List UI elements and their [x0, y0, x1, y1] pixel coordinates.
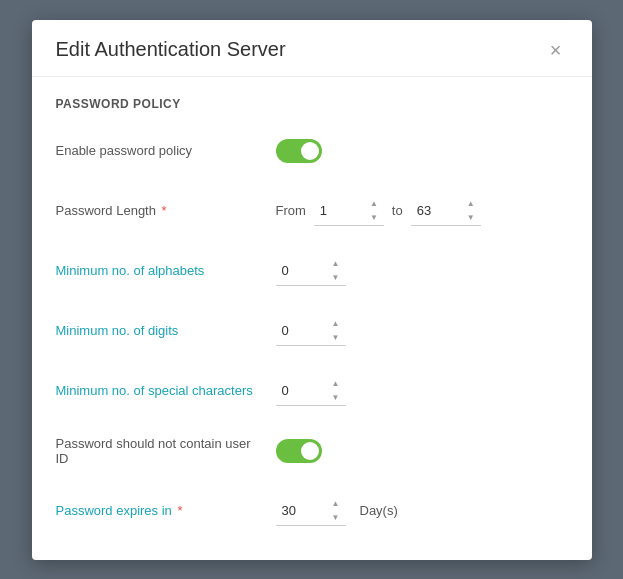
to-spin-buttons: ▲ ▼ [463, 196, 479, 226]
enable-policy-row: Enable password policy [56, 131, 568, 171]
min-special-control: ▲ ▼ [276, 376, 346, 406]
min-special-spin: ▲ ▼ [328, 376, 344, 406]
expiry-notification-spin: ▲ ▼ [328, 556, 344, 560]
min-alphabets-down[interactable]: ▼ [328, 271, 344, 285]
from-label: From [276, 203, 306, 218]
password-expires-spin: ▲ ▼ [328, 496, 344, 526]
min-digits-wrap: ▲ ▼ [276, 316, 346, 346]
no-user-id-toggle[interactable] [276, 439, 322, 463]
to-spin-up[interactable]: ▲ [463, 197, 479, 211]
expires-required: * [174, 503, 183, 518]
from-input-wrap: ▲ ▼ [314, 196, 384, 226]
close-button[interactable]: × [544, 38, 568, 62]
password-expires-label: Password expires in * [56, 503, 276, 518]
expiry-notification-row: Expiry notification in * ▲ ▼ Day(s) [56, 551, 568, 560]
password-length-row: Password Length * From ▲ ▼ to ▲ ▼ [56, 191, 568, 231]
min-alphabets-spin: ▲ ▼ [328, 256, 344, 286]
to-input-wrap: ▲ ▼ [411, 196, 481, 226]
enable-policy-control [276, 139, 322, 163]
password-length-label: Password Length * [56, 203, 276, 218]
min-digits-control: ▲ ▼ [276, 316, 346, 346]
min-alphabets-row: Minimum no. of alphabets ▲ ▼ [56, 251, 568, 291]
expiry-notification-up[interactable]: ▲ [328, 557, 344, 560]
min-special-up[interactable]: ▲ [328, 377, 344, 391]
min-alphabets-up[interactable]: ▲ [328, 257, 344, 271]
min-alphabets-control: ▲ ▼ [276, 256, 346, 286]
no-user-id-label: Password should not contain userID [56, 436, 276, 466]
min-alphabets-label: Minimum no. of alphabets [56, 263, 276, 278]
min-digits-spin: ▲ ▼ [328, 316, 344, 346]
min-special-label: Minimum no. of special characters [56, 383, 276, 398]
to-spin-down[interactable]: ▼ [463, 211, 479, 225]
to-label: to [392, 203, 403, 218]
modal-body: PASSWORD POLICY Enable password policy P… [32, 77, 592, 560]
min-special-row: Minimum no. of special characters ▲ ▼ [56, 371, 568, 411]
password-expires-wrap: ▲ ▼ [276, 496, 346, 526]
min-special-wrap: ▲ ▼ [276, 376, 346, 406]
from-spin-down[interactable]: ▼ [366, 211, 382, 225]
min-special-down[interactable]: ▼ [328, 391, 344, 405]
no-user-id-slider [276, 439, 322, 463]
password-expires-control: ▲ ▼ Day(s) [276, 496, 398, 526]
min-digits-down[interactable]: ▼ [328, 331, 344, 345]
modal-title: Edit Authentication Server [56, 38, 286, 61]
toggle-slider-on [276, 139, 322, 163]
enable-policy-label: Enable password policy [56, 143, 276, 158]
password-expires-row: Password expires in * ▲ ▼ Day(s) [56, 491, 568, 531]
modal-dialog: Edit Authentication Server × PASSWORD PO… [32, 20, 592, 560]
min-digits-label: Minimum no. of digits [56, 323, 276, 338]
enable-policy-toggle[interactable] [276, 139, 322, 163]
from-spin-up[interactable]: ▲ [366, 197, 382, 211]
password-expires-down[interactable]: ▼ [328, 511, 344, 525]
no-user-id-row: Password should not contain userID [56, 431, 568, 471]
min-digits-up[interactable]: ▲ [328, 317, 344, 331]
expiry-notification-wrap: ▲ ▼ [276, 556, 346, 560]
section-title: PASSWORD POLICY [56, 97, 568, 111]
from-spin-buttons: ▲ ▼ [366, 196, 382, 226]
expires-days-label: Day(s) [360, 503, 398, 518]
expiry-notification-control: ▲ ▼ Day(s) [276, 556, 398, 560]
password-expires-up[interactable]: ▲ [328, 497, 344, 511]
modal-header: Edit Authentication Server × [32, 20, 592, 77]
no-user-id-control [276, 439, 322, 463]
min-alphabets-wrap: ▲ ▼ [276, 256, 346, 286]
required-star: * [158, 203, 167, 218]
password-length-control: From ▲ ▼ to ▲ ▼ [276, 196, 481, 226]
min-digits-row: Minimum no. of digits ▲ ▼ [56, 311, 568, 351]
